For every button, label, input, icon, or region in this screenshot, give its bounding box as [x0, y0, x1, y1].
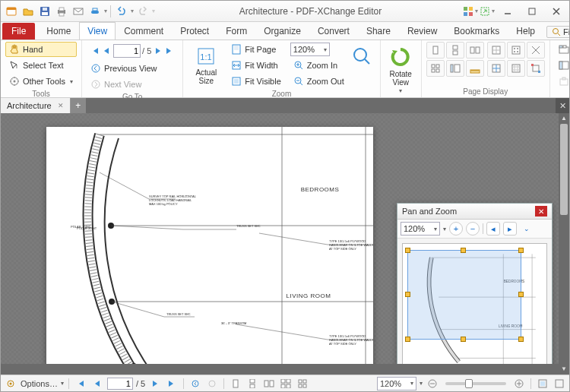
pan-and-zoom-close-button[interactable]: ✕: [535, 206, 547, 217]
options-button[interactable]: Options…: [21, 379, 58, 388]
layout-single-icon[interactable]: [426, 42, 445, 58]
tab-convert[interactable]: Convert: [309, 22, 358, 40]
tab-organize[interactable]: Organize: [255, 22, 309, 40]
rulers-icon[interactable]: [466, 60, 484, 77]
pz-next-icon[interactable]: ▸: [503, 222, 517, 236]
sb-zoom-in-icon[interactable]: [512, 378, 526, 390]
fit-visible-button[interactable]: Fit Visible: [227, 74, 284, 89]
close-button[interactable]: [545, 4, 568, 19]
save-icon[interactable]: [37, 4, 52, 19]
zoom-combo[interactable]: 120%: [290, 42, 348, 57]
sb-layout-cont-icon[interactable]: [245, 378, 259, 390]
portfolio-button[interactable]: Portfolio▾: [555, 74, 570, 89]
grid-icon[interactable]: [507, 60, 525, 77]
sb-zoom-slider[interactable]: [445, 382, 506, 385]
scan-icon[interactable]: [87, 4, 103, 19]
ui-options-icon[interactable]: [463, 6, 473, 17]
tab-view[interactable]: View: [79, 22, 116, 40]
show-gaps-icon[interactable]: [487, 42, 505, 58]
tab-form[interactable]: Form: [217, 22, 255, 40]
rotate-view-button[interactable]: Rotate View▾: [385, 42, 416, 99]
add-tab-button[interactable]: +: [71, 98, 86, 113]
pan-and-zoom-thumbnail[interactable]: BEDROOMS LIVING ROOM FLOOR RADIUS SECTIO…: [402, 243, 547, 375]
print-icon[interactable]: [54, 4, 69, 19]
previous-view-button[interactable]: Previous View: [87, 61, 178, 76]
tab-help[interactable]: Help: [508, 22, 543, 40]
undo-icon[interactable]: [114, 4, 129, 19]
next-page-icon[interactable]: [154, 46, 162, 55]
thumbnails-icon[interactable]: [446, 60, 464, 77]
open-icon[interactable]: [21, 4, 36, 19]
panes-button[interactable]: Panes▾: [555, 58, 570, 73]
pz-zoom-in-icon[interactable]: +: [449, 222, 463, 236]
pan-and-zoom-titlebar[interactable]: Pan and Zoom ✕: [397, 204, 552, 220]
guides-icon[interactable]: [487, 60, 505, 77]
tab-share[interactable]: Share: [358, 22, 399, 40]
fit-page-button[interactable]: Fit Page: [227, 42, 284, 57]
prev-page-icon[interactable]: [103, 46, 110, 55]
email-icon[interactable]: [71, 4, 86, 19]
sb-prev-page-icon[interactable]: [90, 378, 104, 390]
layout-facing-icon[interactable]: [466, 42, 484, 58]
next-view-button[interactable]: Next View: [87, 77, 178, 92]
pan-and-zoom-panel[interactable]: Pan and Zoom ✕ 120% ▾ + − ◂ ▸ ⌄: [397, 203, 553, 375]
pz-zoom-out-icon[interactable]: −: [466, 222, 480, 236]
svg-rect-102: [250, 384, 255, 388]
zoom-in-button[interactable]: Zoom In: [290, 58, 348, 73]
svg-rect-112: [303, 384, 306, 387]
layout-grid-icon[interactable]: [426, 60, 445, 77]
minimize-button[interactable]: [496, 4, 519, 19]
sb-next-view-icon[interactable]: [205, 378, 219, 390]
svg-rect-108: [287, 384, 290, 388]
sb-fit-visible-icon[interactable]: [536, 378, 549, 390]
sb-prev-view-icon[interactable]: [188, 378, 202, 390]
hand-tool-button[interactable]: Hand: [5, 42, 77, 57]
tab-review[interactable]: Review: [399, 22, 445, 40]
first-page-icon[interactable]: [90, 46, 100, 55]
document-tab[interactable]: Architecture✕: [1, 98, 71, 113]
tab-protect[interactable]: Protect: [172, 22, 217, 40]
horizontal-scrollbar[interactable]: [1, 364, 559, 375]
sb-zoom-out-icon[interactable]: [426, 378, 439, 390]
transform-icon[interactable]: [527, 60, 545, 77]
pz-menu-icon[interactable]: ⌄: [520, 222, 534, 236]
document-tabs-button[interactable]: Document Tabs▾: [555, 42, 570, 57]
fit-width-button[interactable]: Fit Width: [227, 58, 284, 73]
document-viewer[interactable]: BEDROOMS LIVING ROOM SURVEY TOP RAIL HOR…: [1, 113, 569, 375]
pz-prev-icon[interactable]: ◂: [486, 222, 500, 236]
redo-icon[interactable]: [135, 4, 150, 19]
sb-page-input[interactable]: [107, 378, 133, 390]
maximize-button[interactable]: [521, 4, 543, 19]
launch-icon[interactable]: [480, 6, 490, 17]
find-button[interactable]: Find…: [546, 26, 570, 38]
close-all-tabs-button[interactable]: ✕: [556, 98, 569, 113]
sb-layout-single-icon[interactable]: [229, 378, 242, 390]
sb-last-page-icon[interactable]: [165, 378, 179, 390]
snap-icon[interactable]: [527, 42, 545, 58]
sb-next-page-icon[interactable]: [148, 378, 162, 390]
loupe-button[interactable]: [348, 42, 375, 71]
sb-first-page-icon[interactable]: [74, 378, 87, 390]
pz-zoom-combo[interactable]: 120%: [401, 222, 440, 236]
sb-layout-grid-icon[interactable]: [296, 378, 309, 390]
vertical-scrollbar[interactable]: ▲▼: [559, 113, 569, 375]
sb-layout-facing-cont-icon[interactable]: [279, 378, 293, 390]
select-text-button[interactable]: ISelect Text: [5, 58, 77, 73]
actual-size-button[interactable]: 1:1Actual Size: [188, 42, 224, 89]
tab-bookmarks[interactable]: Bookmarks: [445, 22, 508, 40]
tab-comment[interactable]: Comment: [116, 22, 172, 40]
pz-viewport-rect[interactable]: [407, 250, 521, 340]
sb-fullscreen-icon[interactable]: [553, 378, 566, 390]
other-tools-button[interactable]: Other Tools▾: [5, 74, 77, 89]
app-icon[interactable]: [4, 4, 19, 19]
file-tab[interactable]: File: [2, 23, 35, 40]
page-input[interactable]: [113, 44, 141, 58]
sb-zoom-combo[interactable]: 120%: [377, 377, 416, 390]
last-page-icon[interactable]: [165, 46, 174, 55]
zoom-out-button[interactable]: Zoom Out: [290, 74, 348, 89]
tab-home[interactable]: Home: [38, 22, 79, 40]
show-grid-icon[interactable]: [507, 42, 525, 58]
sb-layout-facing-icon[interactable]: [262, 378, 276, 390]
options-gear-icon[interactable]: [4, 378, 17, 390]
layout-continuous-icon[interactable]: [446, 42, 464, 58]
